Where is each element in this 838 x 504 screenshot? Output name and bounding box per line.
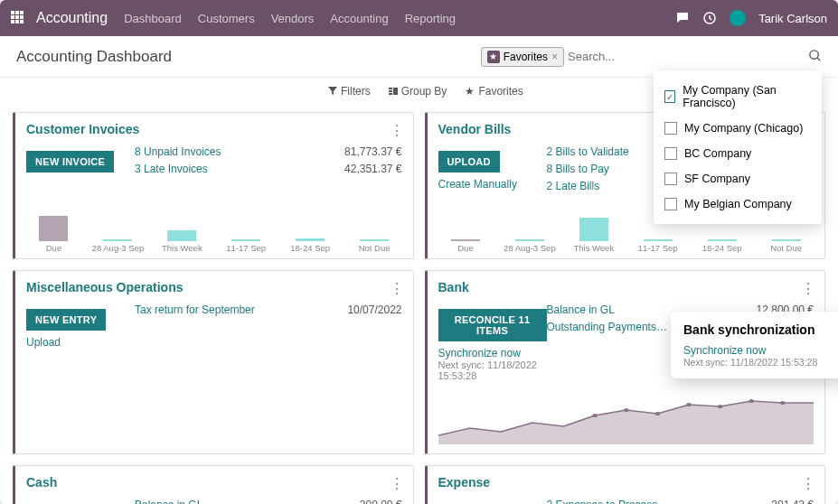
expenses-process-link[interactable]: 2 Expenses to Process — [547, 497, 724, 504]
sync-now-link[interactable]: Synchronize now — [683, 344, 834, 357]
amount: 42,351.37 € — [312, 161, 402, 178]
checkbox-icon — [664, 173, 677, 185]
favorites-button[interactable]: ★ Favorites — [465, 85, 523, 98]
bank-sync-popover: Bank synchronization Synchronize now Nex… — [671, 312, 838, 378]
new-invoice-button[interactable]: NEW INVOICE — [26, 151, 114, 173]
reconcile-button[interactable]: RECONCILE 11 ITEMS — [438, 309, 547, 341]
avatar[interactable] — [730, 10, 746, 26]
svg-point-7 — [623, 408, 628, 412]
upload-button[interactable]: UPLOAD — [438, 151, 500, 173]
favorites-chip[interactable]: ★ Favorites × — [481, 47, 564, 67]
chart-bank — [438, 390, 814, 448]
card-title: Bank — [438, 280, 814, 294]
amount: 301.42 € — [723, 497, 814, 504]
card-expense: ⋮ Expense UPLOAD Create Manually 2 Expen… — [425, 465, 826, 504]
chat-icon[interactable] — [675, 11, 690, 25]
kebab-icon[interactable]: ⋮ — [390, 280, 404, 297]
chart-customer-invoices — [26, 196, 402, 241]
card-title: Cash — [26, 475, 402, 490]
nav-dashboard[interactable]: Dashboard — [124, 12, 182, 25]
nav-vendors[interactable]: Vendors — [271, 12, 315, 25]
svg-point-11 — [749, 399, 754, 403]
kebab-icon[interactable]: ⋮ — [390, 122, 404, 139]
late-invoices-link[interactable]: 3 Late Invoices — [135, 161, 312, 178]
company-option[interactable]: ✓My Company (San Francisco) — [654, 78, 822, 116]
card-title: Miscellaneous Operations — [26, 280, 402, 294]
company-option[interactable]: SF Company — [654, 166, 822, 191]
create-manually-link[interactable]: Create Manually — [438, 178, 547, 191]
checkbox-icon — [664, 147, 677, 160]
app-name: Accounting — [36, 10, 108, 26]
svg-point-1 — [810, 50, 818, 58]
search-input[interactable] — [568, 50, 803, 63]
checkbox-icon — [664, 198, 677, 210]
new-entry-button[interactable]: NEW ENTRY — [26, 309, 106, 331]
date: 10/07/2022 — [312, 302, 402, 319]
kebab-icon[interactable]: ⋮ — [801, 280, 815, 297]
company-option[interactable]: My Company (Chicago) — [654, 116, 822, 141]
card-misc-operations: ⋮ Miscellaneous Operations NEW ENTRY Upl… — [13, 270, 414, 454]
clock-icon[interactable] — [702, 11, 717, 25]
balance-gl-link[interactable]: Balance in GL — [135, 497, 312, 504]
close-icon[interactable]: × — [551, 51, 558, 63]
search-icon[interactable] — [808, 49, 822, 65]
card-title: Customer Invoices — [26, 122, 402, 136]
apps-icon[interactable] — [11, 11, 25, 25]
svg-rect-3 — [389, 90, 392, 92]
nav-reporting[interactable]: Reporting — [405, 12, 456, 25]
checkbox-icon — [664, 122, 677, 135]
amount: 300.00 € — [312, 497, 402, 504]
user-name[interactable]: Tarik Carlson — [758, 12, 827, 25]
svg-point-9 — [686, 403, 692, 406]
nav-customers[interactable]: Customers — [198, 12, 255, 25]
svg-point-10 — [717, 405, 722, 408]
company-dropdown[interactable]: ✓My Company (San Francisco) My Company (… — [654, 70, 822, 224]
upload-link[interactable]: Upload — [26, 336, 135, 349]
kebab-icon[interactable]: ⋮ — [390, 475, 404, 492]
star-icon: ★ — [487, 51, 500, 63]
page-title: Accounting Dashboard — [16, 48, 172, 66]
chip-label: Favorites — [504, 51, 548, 63]
amount: 81,773.37 € — [312, 144, 402, 161]
company-option[interactable]: My Belgian Company — [654, 191, 822, 217]
kebab-icon[interactable]: ⋮ — [801, 475, 815, 492]
svg-point-6 — [592, 414, 598, 417]
groupby-button[interactable]: Group By — [389, 85, 447, 98]
svg-point-12 — [780, 401, 786, 405]
filters-button[interactable]: Filters — [328, 85, 371, 98]
sync-now-link[interactable]: Synchronize now — [438, 347, 547, 359]
nav-accounting[interactable]: Accounting — [330, 12, 388, 25]
checkbox-icon: ✓ — [664, 90, 675, 103]
card-customer-invoices: ⋮ Customer Invoices NEW INVOICE 8 Unpaid… — [13, 112, 414, 259]
popover-title: Bank synchronization — [683, 322, 834, 337]
company-option[interactable]: BC Company — [654, 141, 822, 166]
next-sync: Next sync: 11/18/2022 15:53:28 — [683, 357, 834, 368]
next-sync: Next sync: 11/18/2022 15:53:28 — [438, 359, 547, 381]
svg-point-8 — [654, 412, 660, 415]
svg-rect-5 — [393, 88, 398, 95]
card-title: Expense — [438, 475, 814, 490]
unpaid-invoices-link[interactable]: 8 Unpaid Invoices — [135, 144, 312, 161]
svg-rect-2 — [389, 88, 392, 89]
svg-rect-4 — [389, 93, 392, 95]
card-cash: ⋮ Cash RECONCILE 3 ITEMS New Transaction… — [13, 465, 414, 504]
tax-return-link[interactable]: Tax return for September — [135, 302, 312, 319]
